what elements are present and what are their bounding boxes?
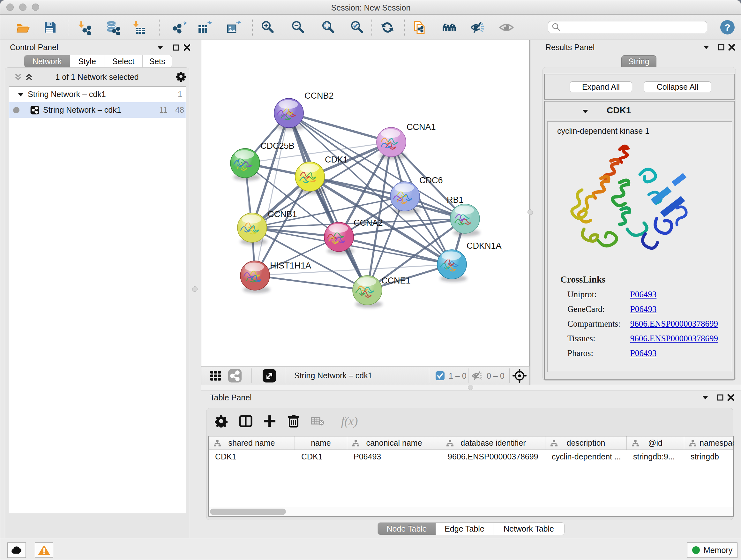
graph-node-RB1[interactable] xyxy=(450,204,480,236)
tab-style[interactable]: Style xyxy=(70,55,105,67)
graph-node-CCNB2[interactable] xyxy=(274,98,304,131)
gene-expander-icon[interactable] xyxy=(581,107,590,116)
column-header-namespace[interactable]: namespace xyxy=(684,436,734,449)
tab-string[interactable]: String xyxy=(621,55,657,67)
hide-selected-icon[interactable] xyxy=(470,20,485,35)
network-selection-status: 1 of 1 Network selected xyxy=(5,72,189,82)
network-label: String Network – cdk1 xyxy=(43,105,121,115)
grid-view-icon[interactable] xyxy=(209,369,222,382)
network-status-dot xyxy=(13,107,19,113)
birdseye-crosshair-icon[interactable] xyxy=(513,369,527,383)
graph-node-CCNA2[interactable] xyxy=(324,222,354,254)
expand-all-button[interactable]: Expand All xyxy=(569,81,632,92)
graph-node-CDKN1A[interactable] xyxy=(437,250,467,282)
results-splitter-grip[interactable] xyxy=(528,209,533,215)
table-panel-close-icon[interactable] xyxy=(726,393,736,402)
results-panel-float-icon[interactable] xyxy=(701,43,711,52)
selected-checkbox-icon[interactable] xyxy=(435,371,445,381)
network-row[interactable]: String Network – cdk1 11 48 xyxy=(9,102,186,118)
tab-select[interactable]: Select xyxy=(105,55,143,67)
scrollbar-thumb[interactable] xyxy=(210,509,286,515)
tab-node-table[interactable]: Node Table xyxy=(378,523,436,535)
results-panel-title: Results Panel xyxy=(545,43,595,52)
control-splitter-grip[interactable] xyxy=(192,287,198,292)
graph-node-CDC6[interactable] xyxy=(390,182,420,214)
graph-node-HIST1H1A[interactable] xyxy=(240,261,270,293)
horizontal-splitter-grip[interactable] xyxy=(468,385,473,390)
gene-section-header[interactable]: CDK1 xyxy=(545,102,734,120)
zoom-out-icon[interactable] xyxy=(290,20,306,35)
protein-structure-image xyxy=(559,142,693,263)
import-network-database-icon[interactable] xyxy=(105,20,120,35)
cloud-status-button[interactable] xyxy=(7,543,26,558)
table-add-icon[interactable] xyxy=(262,414,277,429)
table-delete-icon[interactable] xyxy=(286,414,301,429)
control-panel-maximize-icon[interactable] xyxy=(172,43,181,52)
clone-network-icon[interactable] xyxy=(412,20,428,35)
open-session-icon[interactable] xyxy=(15,20,30,35)
column-label: shared name xyxy=(228,438,275,448)
crosslink-value-link[interactable]: 9606.ENSP00000378699 xyxy=(630,319,718,328)
table-gear-icon[interactable] xyxy=(213,414,229,429)
column-header-id[interactable]: @id xyxy=(627,436,684,449)
gene-name: CDK1 xyxy=(607,105,631,116)
results-panel-maximize-icon[interactable] xyxy=(717,43,726,52)
warning-status-button[interactable] xyxy=(35,543,53,558)
export-network-icon[interactable] xyxy=(172,20,187,35)
network-share-view-icon[interactable] xyxy=(228,369,242,383)
open-in-new-window-icon[interactable] xyxy=(262,369,276,383)
tab-network[interactable]: Network xyxy=(24,55,70,67)
table-delete-column-icon[interactable] xyxy=(310,414,325,429)
memory-button[interactable]: Memory xyxy=(687,543,738,558)
import-network-file-icon[interactable] xyxy=(77,20,92,35)
search-input[interactable] xyxy=(561,23,701,32)
zoom-in-icon[interactable] xyxy=(260,20,275,35)
apply-layout-icon[interactable] xyxy=(380,20,395,35)
table-horizontal-scrollbar[interactable] xyxy=(209,507,733,516)
crosslink-value-link[interactable]: 9606.ENSP00000378699 xyxy=(630,334,718,343)
column-header-description[interactable]: description xyxy=(545,436,627,449)
export-table-icon[interactable] xyxy=(197,20,212,35)
graph-node-CDK1[interactable] xyxy=(295,162,325,194)
tab-edge-table[interactable]: Edge Table xyxy=(436,523,493,535)
tab-sets[interactable]: Sets xyxy=(143,55,172,67)
results-panel-close-icon[interactable] xyxy=(727,43,737,52)
column-header-shared-name[interactable]: shared name xyxy=(209,436,295,449)
import-table-icon[interactable] xyxy=(131,20,146,35)
column-label: database identifier xyxy=(461,438,526,448)
network-options-gear-icon[interactable] xyxy=(176,71,186,81)
help-icon[interactable]: ? xyxy=(720,20,735,35)
tab-network-table[interactable]: Network Table xyxy=(493,523,564,535)
column-header-canonical-name[interactable]: canonical name xyxy=(347,436,441,449)
string-network-graph[interactable]: CCNB2CCNA1CDC25BCDK1CDC6RB1CCNB1CCNA2CDK… xyxy=(201,40,530,366)
export-image-icon[interactable] xyxy=(226,20,241,35)
crosslink-value-link[interactable]: P06493 xyxy=(630,304,657,314)
collection-expander-icon[interactable] xyxy=(17,91,24,98)
cell-name: CDK1 xyxy=(295,450,347,463)
graph-node-CCNE1[interactable] xyxy=(353,275,382,308)
zoom-fit-icon[interactable] xyxy=(321,20,336,35)
network-collection-row[interactable]: String Network – cdk1 1 xyxy=(9,86,186,102)
save-session-icon[interactable] xyxy=(42,20,57,35)
network-view-canvas[interactable]: CCNB2CCNA1CDC25BCDK1CDC6RB1CCNB1CCNA2CDK… xyxy=(201,40,530,366)
first-neighbors-icon[interactable] xyxy=(442,20,457,35)
table-row[interactable]: CDK1 CDK1 P06493 9606.ENSP00000378699 cy… xyxy=(209,450,733,463)
table-panel-maximize-icon[interactable] xyxy=(716,393,725,402)
show-all-icon[interactable] xyxy=(499,20,514,35)
graph-node-CDC25B[interactable] xyxy=(230,148,260,181)
crosslink-row: Compartments: 9606.ENSP00000378699 xyxy=(567,319,733,329)
table-panel-float-icon[interactable] xyxy=(700,393,710,402)
graph-node-CCNB1[interactable] xyxy=(238,213,267,245)
zoom-selected-icon[interactable] xyxy=(349,20,365,35)
crosslink-value-link[interactable]: P06493 xyxy=(630,348,657,358)
crosslink-value-link[interactable]: P06493 xyxy=(630,290,657,299)
collapse-all-button[interactable]: Collapse All xyxy=(644,81,711,92)
column-header-name[interactable]: name xyxy=(295,436,347,449)
control-panel-float-icon[interactable] xyxy=(155,43,165,52)
table-function-builder-icon[interactable]: f(x) xyxy=(335,414,363,429)
graph-node-CCNA1[interactable] xyxy=(377,127,406,160)
table-columns-icon[interactable] xyxy=(238,414,253,429)
column-header-database-identifier[interactable]: database identifier xyxy=(441,436,545,449)
status-bar: Memory xyxy=(0,538,741,560)
control-panel-close-icon[interactable] xyxy=(182,43,192,52)
